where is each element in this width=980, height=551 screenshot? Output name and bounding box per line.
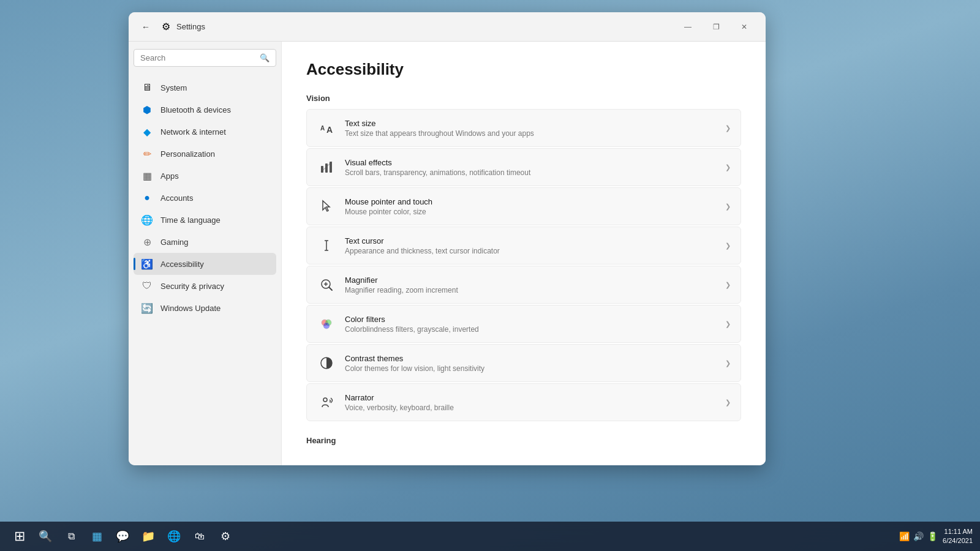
system-icon: 🖥 (141, 81, 153, 94)
sidebar-item-time[interactable]: 🌐 Time & language (134, 209, 276, 231)
contrast-themes-desc: Color themes for low vision, light sensi… (345, 364, 717, 373)
title-bar: ← ⚙ Settings — ❐ ✕ (129, 12, 766, 42)
text-cursor-title: Text cursor (345, 236, 717, 246)
text-size-text: Text size Text size that appears through… (345, 119, 717, 138)
sidebar-item-accounts[interactable]: ● Accounts (134, 187, 276, 209)
gaming-icon: ⊕ (141, 236, 153, 248)
contrast-themes-chevron: ❯ (725, 359, 731, 367)
sidebar-label-accounts: Accounts (160, 193, 193, 203)
personalization-icon: ✏ (141, 148, 153, 160)
taskbar-sys-icons: 📶 🔊 🔋 (899, 531, 938, 541)
color-filters-chevron: ❯ (725, 320, 731, 328)
svg-point-15 (323, 323, 330, 329)
contrast-themes-title: Contrast themes (345, 354, 717, 363)
sidebar: 🔍 🖥 System ⬢ Bluetooth & devices ◆ Netwo… (129, 42, 282, 465)
sidebar-label-accessibility: Accessibility (160, 260, 204, 269)
sidebar-item-gaming[interactable]: ⊕ Gaming (134, 231, 276, 253)
settings-item-text-cursor[interactable]: Text cursor Appearance and thickness, te… (306, 227, 741, 264)
svg-text:A: A (326, 125, 333, 135)
text-cursor-chevron: ❯ (725, 242, 731, 250)
chat-icon[interactable]: 💬 (110, 524, 135, 549)
search-box[interactable]: 🔍 (134, 49, 276, 67)
narrator-chevron: ❯ (725, 399, 731, 407)
settings-item-contrast-themes[interactable]: Contrast themes Color themes for low vis… (306, 344, 741, 382)
hearing-section-label: Hearing (306, 436, 741, 445)
maximize-button[interactable]: ❐ (702, 17, 730, 37)
network-status-icon: 📶 (899, 531, 910, 541)
settings-item-mouse-pointer[interactable]: Mouse pointer and touch Mouse pointer co… (306, 187, 741, 225)
network-icon: ◆ (141, 126, 153, 138)
search-input[interactable] (140, 53, 255, 62)
settings-item-color-filters[interactable]: Color filters Colorblindness filters, gr… (306, 305, 741, 343)
color-filters-title: Color filters (345, 315, 717, 324)
mouse-pointer-text: Mouse pointer and touch Mouse pointer co… (345, 197, 717, 216)
page-title: Accessibility (306, 60, 741, 79)
mouse-pointer-icon (317, 197, 336, 216)
settings-window: ← ⚙ Settings — ❐ ✕ 🔍 🖥 System (129, 12, 766, 465)
sidebar-item-update[interactable]: 🔄 Windows Update (134, 297, 276, 319)
sidebar-nav: 🖥 System ⬢ Bluetooth & devices ◆ Network… (134, 77, 276, 319)
narrator-desc: Voice, verbosity, keyboard, braille (345, 403, 717, 412)
volume-icon: 🔊 (913, 531, 924, 541)
sidebar-item-security[interactable]: 🛡 Security & privacy (134, 275, 276, 297)
sidebar-label-personalization: Personalization (160, 149, 215, 159)
sidebar-item-accessibility[interactable]: ♿ Accessibility (134, 253, 276, 275)
search-taskbar-icon[interactable]: 🔍 (33, 524, 58, 549)
sidebar-item-personalization[interactable]: ✏ Personalization (134, 143, 276, 165)
settings-item-visual-effects[interactable]: Visual effects Scroll bars, transparency… (306, 148, 741, 186)
close-button[interactable]: ✕ (730, 17, 758, 37)
settings-item-text-size[interactable]: A A Text size Text size that appears thr… (306, 109, 741, 147)
accounts-icon: ● (141, 192, 153, 204)
contrast-themes-icon (317, 353, 336, 373)
taskbar-time-display[interactable]: 11:11 AM 6/24/2021 (943, 527, 973, 546)
sidebar-item-system[interactable]: 🖥 System (134, 77, 276, 99)
edge-icon[interactable]: 🌐 (162, 524, 186, 549)
store-icon[interactable]: 🛍 (187, 524, 212, 549)
text-size-desc: Text size that appears throughout Window… (345, 129, 717, 138)
search-icon: 🔍 (260, 53, 270, 62)
sidebar-label-update: Windows Update (160, 304, 221, 313)
taskview-icon[interactable]: ⧉ (59, 524, 83, 549)
clock-date: 6/24/2021 (943, 536, 973, 545)
widgets-icon[interactable]: ▦ (85, 524, 109, 549)
magnifier-chevron: ❯ (725, 281, 731, 289)
window-title: Settings (176, 22, 205, 31)
color-filters-desc: Colorblindness filters, grayscale, inver… (345, 325, 717, 334)
color-filters-icon (317, 314, 336, 334)
magnifier-text: Magnifier Magnifier reading, zoom increm… (345, 276, 717, 294)
explorer-icon[interactable]: 📁 (136, 524, 160, 549)
mouse-pointer-title: Mouse pointer and touch (345, 197, 717, 206)
settings-item-magnifier[interactable]: Magnifier Magnifier reading, zoom increm… (306, 266, 741, 304)
magnifier-desc: Magnifier reading, zoom increment (345, 286, 717, 294)
text-size-chevron: ❯ (725, 124, 731, 132)
narrator-text: Narrator Voice, verbosity, keyboard, bra… (345, 393, 717, 412)
settings-taskbar-icon[interactable]: ⚙ (213, 524, 238, 549)
magnifier-icon (317, 275, 336, 294)
text-cursor-icon (317, 236, 336, 255)
sidebar-item-bluetooth[interactable]: ⬢ Bluetooth & devices (134, 99, 276, 121)
narrator-title: Narrator (345, 393, 717, 402)
vision-section-label: Vision (306, 94, 741, 103)
window-body: 🔍 🖥 System ⬢ Bluetooth & devices ◆ Netwo… (129, 42, 766, 465)
title-bar-left: ← ⚙ Settings (136, 17, 205, 37)
visual-effects-text: Visual effects Scroll bars, transparency… (345, 158, 717, 177)
mouse-pointer-chevron: ❯ (725, 203, 731, 211)
time-icon: 🌐 (141, 214, 153, 226)
sidebar-label-gaming: Gaming (160, 238, 189, 247)
sidebar-item-network[interactable]: ◆ Network & internet (134, 121, 276, 143)
contrast-themes-text: Contrast themes Color themes for low vis… (345, 354, 717, 373)
minimize-button[interactable]: — (674, 17, 702, 37)
sidebar-item-apps[interactable]: ▦ Apps (134, 165, 276, 187)
back-button[interactable]: ← (136, 17, 156, 37)
sidebar-label-time: Time & language (160, 216, 221, 225)
start-icon[interactable]: ⊞ (7, 524, 32, 549)
color-filters-text: Color filters Colorblindness filters, gr… (345, 315, 717, 334)
battery-icon: 🔋 (927, 531, 938, 541)
sidebar-label-apps: Apps (160, 171, 179, 181)
mouse-pointer-desc: Mouse pointer color, size (345, 208, 717, 216)
svg-text:A: A (320, 125, 325, 132)
taskbar-right: 📶 🔊 🔋 11:11 AM 6/24/2021 (899, 527, 973, 546)
settings-item-narrator[interactable]: Narrator Voice, verbosity, keyboard, bra… (306, 383, 741, 421)
accessibility-icon: ♿ (141, 258, 153, 270)
sidebar-label-system: System (160, 83, 187, 92)
